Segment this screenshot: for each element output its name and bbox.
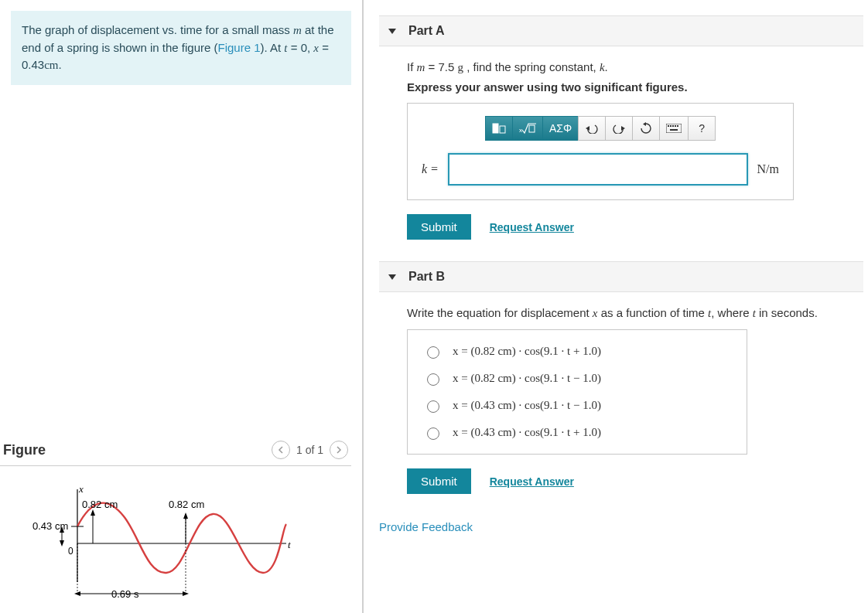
amp-label-2: 0.82 cm <box>169 499 204 510</box>
help-button[interactable]: ? <box>688 116 716 141</box>
option-4-radio[interactable] <box>427 427 439 440</box>
svg-rect-22 <box>666 124 682 133</box>
svg-rect-28 <box>670 129 678 131</box>
figure-title: Figure <box>3 442 46 458</box>
option-1-text: x = (0.82 cm) · cos(9.1 · t + 1.0) <box>453 345 601 358</box>
part-a-instruction: If m = 7.5 g , find the spring constant,… <box>407 60 863 74</box>
part-a-sigfigs: Express your answer using two significan… <box>407 80 863 94</box>
svg-marker-14 <box>60 540 64 547</box>
redo-icon <box>613 123 625 134</box>
part-b-instruction: Write the equation for displacement x as… <box>407 306 863 320</box>
amp-label-1: 0.82 cm <box>82 499 118 510</box>
provide-feedback-link[interactable]: Provide Feedback <box>379 516 863 533</box>
svg-rect-24 <box>670 125 672 127</box>
answer-input[interactable] <box>448 153 748 186</box>
svg-rect-18 <box>529 125 535 132</box>
figure-page: 1 of 1 <box>296 444 323 456</box>
part-a-header[interactable]: Part A <box>379 15 863 46</box>
option-1[interactable]: x = (0.82 cm) · cos(9.1 · t + 1.0) <box>420 338 734 365</box>
svg-rect-15 <box>493 124 498 133</box>
svg-marker-21 <box>643 122 646 126</box>
k-equals-label: k = <box>422 162 439 176</box>
left-panel: The graph of displacement vs. time for a… <box>0 0 364 613</box>
equation-row: k = N/m <box>422 153 779 186</box>
option-2-text: x = (0.82 cm) · cos(9.1 · t − 1.0) <box>453 372 601 385</box>
reset-icon <box>640 122 652 135</box>
undo-icon <box>586 123 598 134</box>
right-panel: Part A If m = 7.5 g , find the spring co… <box>364 0 868 613</box>
sqrt-icon: x <box>519 122 536 135</box>
t-axis-label: t <box>288 539 291 550</box>
svg-rect-26 <box>675 125 676 127</box>
part-b-actions: Submit Request Answer <box>407 468 863 494</box>
equation-toolbar: x ΑΣΦ ? <box>422 116 779 141</box>
problem-statement: The graph of displacement vs. time for a… <box>11 11 351 85</box>
svg-rect-27 <box>677 125 678 127</box>
chevron-left-icon <box>278 446 284 454</box>
part-b-header[interactable]: Part B <box>379 261 863 292</box>
option-2[interactable]: x = (0.82 cm) · cos(9.1 · t − 1.0) <box>420 365 734 392</box>
caret-down-icon <box>388 274 396 280</box>
figure-nav: 1 of 1 <box>272 441 348 459</box>
option-1-radio[interactable] <box>427 346 439 359</box>
svg-rect-25 <box>672 125 674 127</box>
chevron-right-icon <box>336 446 342 454</box>
figure-link[interactable]: Figure 1 <box>217 41 260 54</box>
reset-button[interactable] <box>632 116 660 141</box>
var-m: m <box>293 24 302 36</box>
part-a-answer-box: x ΑΣΦ ? k = N/m <box>407 103 794 200</box>
templates-icon <box>492 123 506 134</box>
part-a-body: If m = 7.5 g , find the spring constant,… <box>379 60 863 261</box>
option-4-text: x = (0.43 cm) · cos(9.1 · t + 1.0) <box>453 426 601 439</box>
caret-down-icon <box>388 29 396 34</box>
part-b-title: Part B <box>408 270 445 284</box>
greek-button[interactable]: ΑΣΦ <box>542 116 579 141</box>
period-label: 0.69 s <box>111 588 139 600</box>
figure-section: Figure 1 of 1 x t <box>0 434 351 613</box>
option-3[interactable]: x = (0.43 cm) · cos(9.1 · t − 1.0) <box>420 392 734 419</box>
part-a-title: Part A <box>408 24 445 38</box>
figure-next-button[interactable] <box>330 441 348 459</box>
keyboard-icon <box>666 124 682 133</box>
origin-label: 0 <box>68 546 73 557</box>
unit-label: N/m <box>757 162 779 176</box>
problem-text: The graph of displacement vs. time for a… <box>22 23 293 36</box>
svg-rect-16 <box>500 126 505 133</box>
svg-marker-4 <box>91 509 95 516</box>
submit-button-b[interactable]: Submit <box>407 468 471 494</box>
problem-text: = 0, <box>288 41 314 54</box>
keyboard-button[interactable] <box>659 116 689 141</box>
part-b-body: Write the equation for displacement x as… <box>379 306 863 516</box>
option-4[interactable]: x = (0.43 cm) · cos(9.1 · t + 1.0) <box>420 419 734 446</box>
request-answer-b[interactable]: Request Answer <box>490 475 574 488</box>
figure-header: Figure 1 of 1 <box>0 434 351 466</box>
undo-button[interactable] <box>578 116 606 141</box>
option-2-radio[interactable] <box>427 373 439 386</box>
sqrt-button[interactable]: x <box>512 116 543 141</box>
option-3-text: x = (0.43 cm) · cos(9.1 · t − 1.0) <box>453 399 601 412</box>
problem-text: ). At <box>261 41 285 54</box>
submit-button-a[interactable]: Submit <box>407 214 471 240</box>
figure-prev-button[interactable] <box>272 441 290 459</box>
option-3-radio[interactable] <box>427 400 439 413</box>
figure-body: x t 0.82 cm 0.82 cm 0.43 <box>0 466 351 605</box>
options-box: x = (0.82 cm) · cos(9.1 · t + 1.0) x = (… <box>407 329 747 455</box>
x-axis-label: x <box>78 483 84 495</box>
displacement-chart: x t 0.82 cm 0.82 cm 0.43 <box>31 482 309 605</box>
redo-button[interactable] <box>605 116 633 141</box>
var-x: x <box>313 42 319 54</box>
request-answer-a[interactable]: Request Answer <box>490 221 574 233</box>
unit-cm: cm <box>44 59 58 71</box>
templates-button[interactable] <box>485 116 513 141</box>
svg-text:x: x <box>519 127 522 134</box>
svg-rect-23 <box>668 125 669 127</box>
part-a-actions: Submit Request Answer <box>407 214 863 240</box>
problem-text: . <box>59 58 62 71</box>
